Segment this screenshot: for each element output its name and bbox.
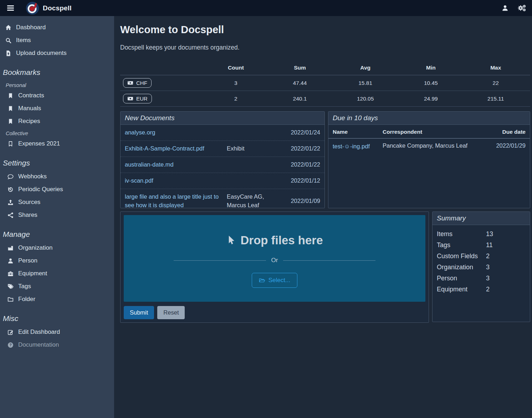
summary-list: Items 13 Tags 11 Custom Fields 2 Organ xyxy=(433,225,530,295)
dropzone-title: Drop files here xyxy=(226,234,323,247)
document-link[interactable]: Exhibit-A-Sample-Contract.pdf xyxy=(125,144,224,153)
bookmarks-group-collective: Collective xyxy=(0,128,114,137)
currency-badge-eur: EUR xyxy=(123,94,152,103)
sidebar-item-documentation[interactable]: Documentation xyxy=(0,338,114,351)
sidebar-item-equipment[interactable]: Equipment xyxy=(0,267,114,280)
sidebar-item-organization[interactable]: Organization xyxy=(0,241,114,254)
file-dropzone[interactable]: Drop files here Or Select... xyxy=(124,215,425,302)
briefcase-icon xyxy=(7,270,14,277)
main-content: Welcome to Docspell Docspell keeps your … xyxy=(114,16,532,418)
submit-button[interactable]: Submit xyxy=(124,306,154,319)
new-documents-panel: New Documents analyse.org 2022/01/24 Exh… xyxy=(120,111,325,208)
document-link[interactable]: test-☺-ing.pdf xyxy=(333,143,370,149)
misc-heading: Misc xyxy=(0,306,114,326)
sidebar-item-bookmark-contracts[interactable]: Contracts xyxy=(0,89,114,102)
bookmark-icon xyxy=(7,105,14,112)
settings-button[interactable] xyxy=(518,4,526,12)
sidebar-item-items[interactable]: Items xyxy=(0,34,114,47)
due-panel: Due in 10 days Name Correspondent Due da… xyxy=(328,111,530,208)
sidebar-item-bookmark-manuals[interactable]: Manuals xyxy=(0,102,114,115)
stats-header-sum: Sum xyxy=(270,61,330,75)
sidebar-item-upload-documents[interactable]: Upload documents xyxy=(0,47,114,60)
page-subtitle: Docspell keeps your documents organized. xyxy=(120,44,530,51)
menu-toggle-button[interactable] xyxy=(5,3,16,13)
sidebar-item-periodic-queries[interactable]: Periodic Queries xyxy=(0,183,114,196)
home-icon xyxy=(5,24,11,31)
summary-row: Tags 11 xyxy=(433,240,530,251)
stats-value: 2 xyxy=(202,91,270,107)
due-header-name: Name xyxy=(328,126,378,138)
stats-value: 22 xyxy=(461,75,530,91)
sidebar-item-person[interactable]: Person xyxy=(0,254,114,267)
stats-table: Count Sum Avg Min Max CHF xyxy=(120,61,530,107)
comment-icon xyxy=(7,173,14,180)
navbar-actions xyxy=(502,4,526,12)
sidebar-item-webhooks[interactable]: Webhooks xyxy=(0,170,114,183)
due-header-correspondent: Correspondent xyxy=(378,126,485,138)
document-row: australian-date.md 2022/01/22 xyxy=(121,157,324,173)
sidebar-item-folder[interactable]: Folder xyxy=(0,293,114,306)
stats-header-count: Count xyxy=(202,61,270,75)
top-navbar: Docspell xyxy=(0,0,532,16)
edit-icon xyxy=(7,329,14,335)
sidebar-item-dashboard[interactable]: Dasbhoard xyxy=(0,21,114,34)
new-documents-title: New Documents xyxy=(121,112,324,125)
summary-row: Custom Fields 2 xyxy=(433,251,530,262)
app-root: Docspell Dasbhoard Items Upload doc xyxy=(0,0,532,418)
stats-value: 3 xyxy=(202,75,270,91)
search-icon xyxy=(5,37,11,44)
currency-badge-chf: CHF xyxy=(123,78,152,88)
docspell-logo-icon xyxy=(26,2,39,15)
sidebar-item-tags[interactable]: Tags xyxy=(0,280,114,293)
document-row: Exhibit-A-Sample-Contract.pdf Exhibit 20… xyxy=(121,141,324,157)
history-icon xyxy=(7,186,14,193)
document-link[interactable]: iv-scan.pdf xyxy=(125,177,224,185)
stats-value: 24.99 xyxy=(400,91,461,107)
cogs-icon xyxy=(518,4,526,12)
select-files-button[interactable]: Select... xyxy=(252,273,297,288)
document-link[interactable]: analyse.org xyxy=(125,128,224,137)
bookmarks-group-personal: Personal xyxy=(0,80,114,89)
due-row: test-☺-ing.pdf Pancake Company, Marcus L… xyxy=(328,138,530,154)
upload-card: Drop files here Or Select... xyxy=(120,211,429,323)
sidebar-item-bookmark-recipes[interactable]: Recipes xyxy=(0,115,114,128)
brand-name: Docspell xyxy=(43,4,72,12)
page-title: Welcome to Docspell xyxy=(120,24,530,36)
bookmark-icon xyxy=(7,92,14,99)
question-icon xyxy=(7,342,14,348)
folder-open-icon xyxy=(259,277,265,283)
stats-value: 10.45 xyxy=(400,75,461,91)
due-header-date: Due date xyxy=(485,126,530,138)
document-row: iv-scan.pdf 2022/01/12 xyxy=(121,173,324,189)
due-panel-title: Due in 10 days xyxy=(328,112,530,125)
brand-link[interactable]: Docspell xyxy=(26,2,72,15)
stats-value: 215.11 xyxy=(461,91,530,107)
sidebar-item-shares[interactable]: Shares xyxy=(0,209,114,221)
tags-icon xyxy=(7,283,14,290)
stats-header-avg: Avg xyxy=(330,61,400,75)
summary-row: Equipment 2 xyxy=(433,284,530,295)
sidebar-item-bookmark-expenses-2021[interactable]: Expenses 2021 xyxy=(0,137,114,150)
stats-value: 47.44 xyxy=(270,75,330,91)
manage-heading: Manage xyxy=(0,221,114,241)
sidebar: Dasbhoard Items Upload documents Bookmar… xyxy=(0,16,114,418)
document-link[interactable]: australian-date.md xyxy=(125,160,224,169)
reset-button[interactable]: Reset xyxy=(157,306,185,319)
stats-header-min: Min xyxy=(400,61,461,75)
summary-row: Items 13 xyxy=(433,229,530,240)
summary-panel: Summary Items 13 Tags 11 Custom Fields 2 xyxy=(432,211,530,322)
file-upload-icon xyxy=(5,50,11,56)
share-icon xyxy=(7,212,14,218)
summary-row: Person 3 xyxy=(433,273,530,284)
new-documents-list: analyse.org 2022/01/24 Exhibit-A-Sample-… xyxy=(121,125,324,208)
document-row: large file and also a large title just t… xyxy=(121,189,324,208)
stats-value: 15.81 xyxy=(330,75,400,91)
document-row: analyse.org 2022/01/24 xyxy=(121,125,324,141)
stats-value: 120.05 xyxy=(330,91,400,107)
sidebar-item-edit-dashboard[interactable]: Edit Dashboard xyxy=(0,326,114,338)
person-icon xyxy=(7,258,14,264)
sidebar-item-sources[interactable]: Sources xyxy=(0,196,114,209)
document-link[interactable]: large file and also a large title just t… xyxy=(125,193,224,208)
account-button[interactable] xyxy=(502,5,508,11)
due-table: Name Correspondent Due date test-☺-ing.p… xyxy=(328,126,530,154)
